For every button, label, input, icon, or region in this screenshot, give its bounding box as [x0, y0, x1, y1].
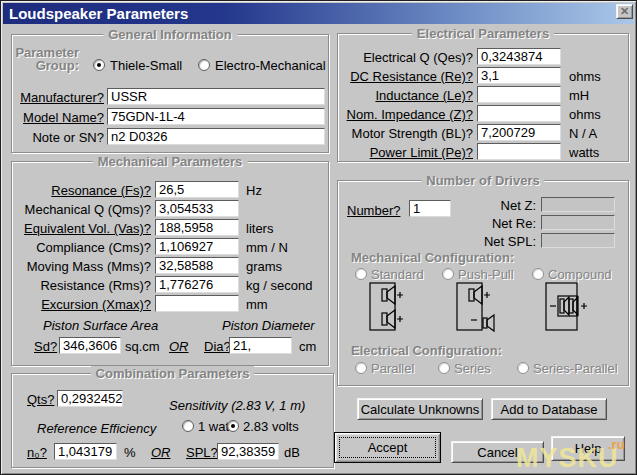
mechanical-configuration-label: Mechanical Configuration:	[351, 250, 514, 265]
mms-unit: grams	[246, 259, 282, 274]
xmax-field[interactable]	[155, 295, 239, 312]
push-pull-radio	[442, 268, 454, 280]
electro-mechanical-label[interactable]: Electro-Mechanical	[215, 58, 326, 73]
piston-diameter-label: Piston Diameter	[222, 318, 314, 333]
dia-unit: cm	[299, 339, 316, 354]
fs-label[interactable]: Resonance (Fs)?	[9, 183, 151, 198]
mms-field[interactable]: 32,58588	[155, 257, 239, 274]
compound-config-icon	[545, 282, 597, 332]
manufacturer-field[interactable]: USSR	[107, 88, 325, 105]
push-pull-label: Push-Pull	[458, 267, 514, 282]
or-label-efficiency: OR	[151, 445, 171, 460]
push-pull-config-icon	[456, 282, 502, 334]
cms-field[interactable]: 1,106927	[155, 238, 239, 255]
general-information-title: General Information	[103, 27, 237, 42]
sensitivity-label: Sensitivity (2.83 V, 1 m)	[169, 398, 305, 413]
window-title: Loudspeaker Parameters	[9, 5, 188, 22]
283-volts-radio[interactable]	[227, 420, 239, 432]
compound-radio	[532, 268, 544, 280]
qes-label: Electrical Q (Qes)?	[337, 50, 473, 65]
manufacturer-label[interactable]: Manufacturer?	[9, 90, 104, 105]
fs-unit: Hz	[246, 183, 262, 198]
standard-config-icon	[369, 282, 407, 332]
series-parallel-radio	[517, 362, 529, 374]
compound-label: Compound	[548, 267, 612, 282]
cms-label: Compliance (Cms)?	[9, 240, 151, 255]
le-label[interactable]: Inductance (Le)?	[337, 88, 473, 103]
eta0-field[interactable]: 1,043179	[54, 443, 117, 460]
spl-field[interactable]: 92,38359	[217, 443, 279, 460]
watermark-text: MYSKU	[516, 443, 619, 474]
net-z-field	[541, 197, 615, 212]
cms-unit: mm / N	[246, 240, 288, 255]
vas-field[interactable]: 188,5958	[155, 219, 239, 236]
parallel-label: Parallel	[371, 361, 414, 376]
spl-unit: dB	[284, 445, 300, 460]
pe-label[interactable]: Power Limit (Pe)?	[337, 145, 473, 160]
parallel-radio	[355, 362, 367, 374]
or-label-piston: OR	[169, 339, 189, 354]
mms-label: Moving Mass (Mms)?	[9, 259, 151, 274]
standard-label: Standard	[371, 267, 424, 282]
bl-field[interactable]: 7,200729	[477, 124, 561, 141]
pe-field[interactable]	[477, 143, 561, 160]
net-spl-label: Net SPL:	[476, 234, 536, 249]
z-field[interactable]	[477, 105, 561, 122]
electro-mechanical-radio[interactable]	[198, 59, 210, 71]
rms-unit: kg / second	[246, 278, 313, 293]
sd-field[interactable]: 346,3606	[59, 337, 121, 354]
sd-unit: sq.cm	[125, 339, 160, 354]
xmax-unit: mm	[246, 297, 268, 312]
note-sn-field[interactable]: n2 D0326	[107, 128, 325, 145]
close-button[interactable]: ✕	[616, 4, 633, 19]
le-unit: mH	[569, 88, 589, 103]
number-label[interactable]: Number?	[347, 203, 400, 218]
title-bar[interactable]: Loudspeaker Parameters	[3, 3, 634, 24]
le-field[interactable]	[477, 86, 561, 103]
qms-label: Mechanical Q (Qms)?	[9, 202, 151, 217]
re-field[interactable]: 3,1	[477, 67, 561, 84]
series-label: Series	[454, 361, 491, 376]
bl-unit: N / A	[569, 126, 597, 141]
thiele-small-radio[interactable]	[93, 59, 105, 71]
model-name-field[interactable]: 75GDN-1L-4	[107, 108, 325, 125]
qts-label[interactable]: Qts?	[27, 392, 54, 407]
dia-field[interactable]: 21,	[229, 337, 292, 354]
add-to-database-button[interactable]: Add to Database	[491, 398, 607, 420]
electrical-configuration-label: Electrical Configuration:	[351, 343, 502, 358]
re-unit: ohms	[569, 69, 601, 84]
thiele-small-label[interactable]: Thiele-Small	[110, 58, 182, 73]
calculate-unknowns-button[interactable]: Calculate Unknowns	[357, 398, 483, 420]
qts-field[interactable]: 0,2932452	[57, 390, 123, 407]
vas-label[interactable]: Equivalent Vol. (Vas)?	[9, 221, 151, 236]
re-label[interactable]: DC Resistance (Re)?	[337, 69, 473, 84]
series-radio	[438, 362, 450, 374]
model-name-label[interactable]: Model Name?	[9, 110, 104, 125]
xmax-label[interactable]: Excursion (Xmax)?	[9, 297, 151, 312]
bl-label: Motor Strength (BL)?	[337, 126, 473, 141]
net-re-label: Net Re:	[476, 216, 536, 231]
dia-label[interactable]: Dia?	[204, 339, 231, 354]
eta0-unit: %	[124, 445, 136, 460]
sd-label[interactable]: Sd?	[34, 339, 57, 354]
reference-efficiency-label: Reference Efficiency	[37, 421, 156, 436]
combination-parameters-title: Combination Parameters	[91, 366, 255, 381]
283-volts-label[interactable]: 2.83 volts	[243, 419, 299, 434]
z-label[interactable]: Nom. Impedance (Z)?	[337, 107, 473, 122]
one-watt-radio[interactable]	[182, 420, 194, 432]
accept-button[interactable]: Accept	[334, 432, 441, 463]
spl-label[interactable]: SPL?	[186, 445, 218, 460]
rms-field[interactable]: 1,776276	[155, 276, 239, 293]
net-re-field	[541, 215, 615, 230]
focus-rectangle	[339, 437, 436, 458]
qms-field[interactable]: 3,054533	[155, 200, 239, 217]
fs-field[interactable]: 26,5	[155, 181, 239, 198]
number-field[interactable]: 1	[409, 200, 451, 217]
eta0-label[interactable]: n₀?	[27, 445, 47, 460]
pe-unit: watts	[569, 145, 599, 160]
loudspeaker-parameters-dialog: Loudspeaker Parameters ✕ General Informa…	[0, 0, 637, 475]
qes-field[interactable]: 0,3243874	[477, 48, 561, 65]
standard-radio	[355, 268, 367, 280]
piston-surface-area-label: Piston Surface Area	[43, 318, 158, 333]
electrical-parameters-title: Electrical Parameters	[412, 26, 554, 41]
